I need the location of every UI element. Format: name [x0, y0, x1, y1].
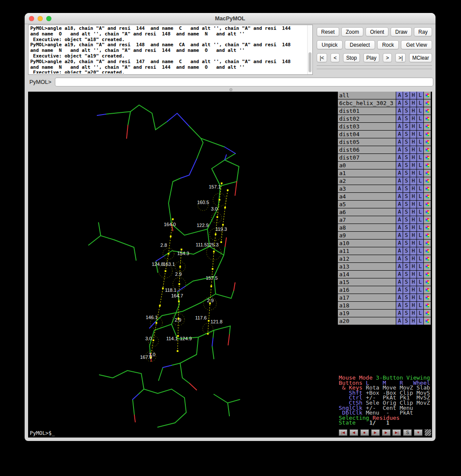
- object-color-button[interactable]: [424, 278, 431, 286]
- object-l-button[interactable]: L: [417, 240, 423, 247]
- object-color-button[interactable]: [424, 99, 431, 107]
- object-color-button[interactable]: [424, 310, 431, 317]
- object-color-button[interactable]: [424, 193, 431, 200]
- object-l-button[interactable]: L: [417, 232, 423, 239]
- object-h-button[interactable]: H: [410, 123, 416, 130]
- object-name[interactable]: a16: [338, 286, 396, 294]
- object-name[interactable]: dist01: [338, 107, 396, 115]
- go-start-button[interactable]: |<: [317, 53, 327, 62]
- object-name[interactable]: a12: [338, 255, 396, 262]
- object-s-button[interactable]: S: [403, 286, 410, 294]
- object-s-button[interactable]: S: [403, 123, 410, 130]
- object-s-button[interactable]: S: [403, 154, 410, 161]
- object-name[interactable]: a3: [338, 185, 396, 192]
- object-color-button[interactable]: [424, 185, 431, 192]
- object-h-button[interactable]: H: [410, 302, 416, 309]
- object-s-button[interactable]: S: [403, 240, 410, 247]
- object-color-button[interactable]: [424, 224, 431, 231]
- object-a-button[interactable]: A: [396, 131, 403, 138]
- object-h-button[interactable]: H: [410, 310, 416, 317]
- object-name[interactable]: a13: [338, 263, 396, 270]
- object-l-button[interactable]: L: [417, 271, 423, 278]
- object-s-button[interactable]: S: [403, 169, 410, 177]
- object-h-button[interactable]: H: [410, 92, 416, 99]
- object-s-button[interactable]: S: [403, 177, 410, 185]
- object-name[interactable]: a14: [338, 271, 396, 278]
- object-a-button[interactable]: A: [396, 278, 403, 286]
- object-l-button[interactable]: L: [417, 115, 423, 122]
- object-s-button[interactable]: S: [403, 131, 410, 138]
- object-name[interactable]: a15: [338, 278, 396, 286]
- object-a-button[interactable]: A: [396, 201, 403, 208]
- object-l-button[interactable]: L: [417, 216, 423, 224]
- splitter-handle[interactable]: [229, 88, 232, 91]
- object-s-button[interactable]: S: [403, 255, 410, 262]
- unpick-button[interactable]: Unpick: [317, 40, 343, 49]
- object-a-button[interactable]: A: [396, 310, 403, 317]
- object-a-button[interactable]: A: [396, 99, 403, 107]
- object-a-button[interactable]: A: [396, 271, 403, 278]
- object-s-button[interactable]: S: [403, 317, 410, 325]
- object-s-button[interactable]: S: [403, 92, 410, 99]
- go-end-button[interactable]: >|: [395, 53, 406, 62]
- object-a-button[interactable]: A: [396, 286, 403, 294]
- object-l-button[interactable]: L: [417, 154, 423, 161]
- object-a-button[interactable]: A: [396, 123, 403, 130]
- object-l-button[interactable]: L: [417, 310, 423, 317]
- object-color-button[interactable]: [424, 286, 431, 294]
- zoom-button[interactable]: Zoom: [341, 27, 363, 36]
- object-a-button[interactable]: A: [396, 169, 403, 177]
- object-h-button[interactable]: H: [410, 107, 416, 115]
- object-name[interactable]: a20: [338, 317, 396, 325]
- object-a-button[interactable]: A: [396, 146, 403, 153]
- object-h-button[interactable]: H: [410, 185, 416, 192]
- object-l-button[interactable]: L: [417, 185, 423, 192]
- object-name[interactable]: a0: [338, 162, 396, 169]
- object-s-button[interactable]: S: [403, 294, 410, 301]
- object-l-button[interactable]: L: [417, 193, 423, 200]
- object-h-button[interactable]: H: [410, 131, 416, 138]
- object-l-button[interactable]: L: [417, 263, 423, 270]
- resize-grip[interactable]: [425, 429, 431, 436]
- object-name[interactable]: a7: [338, 216, 396, 224]
- object-h-button[interactable]: H: [410, 193, 416, 200]
- object-color-button[interactable]: [424, 232, 431, 239]
- object-l-button[interactable]: L: [417, 294, 423, 301]
- object-a-button[interactable]: A: [396, 92, 403, 99]
- reset-button[interactable]: Reset: [317, 27, 339, 36]
- object-h-button[interactable]: H: [410, 247, 416, 255]
- object-l-button[interactable]: L: [417, 131, 423, 138]
- object-s-button[interactable]: S: [403, 224, 410, 231]
- object-color-button[interactable]: [424, 154, 431, 161]
- object-s-button[interactable]: S: [403, 162, 410, 169]
- object-l-button[interactable]: L: [417, 92, 423, 99]
- object-l-button[interactable]: L: [417, 138, 423, 146]
- object-a-button[interactable]: A: [396, 294, 403, 301]
- object-h-button[interactable]: H: [410, 162, 416, 169]
- minimize-button[interactable]: [38, 16, 43, 21]
- object-l-button[interactable]: L: [417, 317, 423, 325]
- object-h-button[interactable]: H: [410, 317, 416, 325]
- object-h-button[interactable]: H: [410, 240, 416, 247]
- object-name[interactable]: 6cbc_helix_302_3: [338, 99, 396, 107]
- object-color-button[interactable]: [424, 169, 431, 177]
- object-l-button[interactable]: L: [417, 208, 423, 216]
- object-name[interactable]: a1: [338, 169, 396, 177]
- object-a-button[interactable]: A: [396, 240, 403, 247]
- object-s-button[interactable]: S: [403, 278, 410, 286]
- object-name[interactable]: a18: [338, 302, 396, 309]
- object-color-button[interactable]: [424, 162, 431, 169]
- object-color-button[interactable]: [424, 138, 431, 146]
- object-name[interactable]: a19: [338, 310, 396, 317]
- object-a-button[interactable]: A: [396, 115, 403, 122]
- object-a-button[interactable]: A: [396, 247, 403, 255]
- object-l-button[interactable]: L: [417, 177, 423, 185]
- object-color-button[interactable]: [424, 317, 431, 325]
- object-s-button[interactable]: S: [403, 263, 410, 270]
- object-s-button[interactable]: S: [403, 107, 410, 115]
- object-l-button[interactable]: L: [417, 123, 423, 130]
- object-color-button[interactable]: [424, 263, 431, 270]
- object-a-button[interactable]: A: [396, 317, 403, 325]
- object-name[interactable]: dist05: [338, 138, 396, 146]
- object-a-button[interactable]: A: [396, 185, 403, 192]
